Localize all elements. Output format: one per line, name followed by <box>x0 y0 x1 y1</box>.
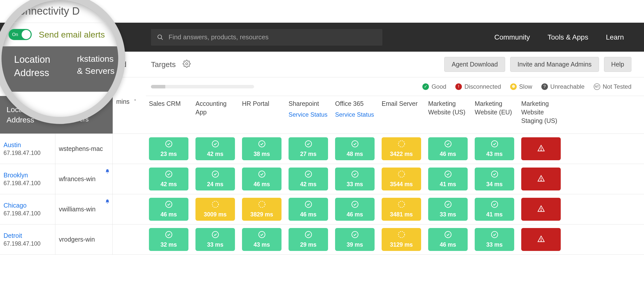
invite-admins-button[interactable]: Invite and Manage Admins <box>510 57 599 72</box>
latency-value: 3009 ms <box>204 211 227 218</box>
bell-icon[interactable] <box>105 168 110 175</box>
gear-icon[interactable] <box>183 60 191 69</box>
check-icon <box>165 170 173 179</box>
status-tile-slow[interactable]: 3129 ms <box>382 228 421 251</box>
legend-slow: ✽Slow <box>510 83 532 90</box>
help-button[interactable]: Help <box>604 57 631 72</box>
status-tile-slow[interactable]: 3481 ms <box>382 198 421 221</box>
latency-value: 3422 ms <box>390 151 413 157</box>
svg-point-29 <box>445 201 451 208</box>
check-icon <box>212 140 219 149</box>
cell-target <box>518 164 564 194</box>
status-tile-good[interactable]: 42 ms <box>195 137 235 160</box>
col-admins[interactable]: mins <box>113 96 145 134</box>
cell-target: 42 ms <box>145 164 192 194</box>
status-tile-disc[interactable] <box>521 168 561 190</box>
svg-point-5 <box>259 141 265 147</box>
search-box[interactable] <box>151 29 382 46</box>
service-status-link[interactable]: Service Status <box>289 111 328 118</box>
chevron-down-icon <box>133 98 137 102</box>
status-tile-good[interactable]: 41 ms <box>475 198 514 221</box>
legend-nottested: NTNot Tested <box>594 83 631 90</box>
status-tile-good[interactable]: 34 ms <box>475 168 514 190</box>
status-tile-disc[interactable] <box>521 228 561 251</box>
status-tile-good[interactable]: 46 ms <box>289 198 328 221</box>
status-tile-good[interactable]: 43 ms <box>242 228 281 251</box>
svg-point-25 <box>259 201 265 208</box>
status-tile-good[interactable]: 33 ms <box>195 228 235 251</box>
status-tile-good[interactable]: 29 ms <box>289 228 328 251</box>
status-tile-slow[interactable]: 3422 ms <box>382 137 421 160</box>
check-icon <box>212 170 219 179</box>
col-target-label: Accounting App <box>195 100 235 117</box>
status-tile-good[interactable]: 48 ms <box>335 137 375 160</box>
status-tile-good[interactable]: 39 ms <box>335 228 375 251</box>
status-tile-good[interactable]: 33 ms <box>475 228 514 251</box>
status-tile-disc[interactable] <box>521 137 561 160</box>
email-alerts-toggle[interactable]: On <box>9 29 32 40</box>
col-target-7: Marketing Website (EU) <box>471 96 518 134</box>
cell-target: 29 ms <box>285 224 332 254</box>
status-tile-good[interactable]: 46 ms <box>428 228 468 251</box>
cell-location: Chicago67.198.47.100 <box>0 194 55 224</box>
city-link[interactable]: Austin <box>4 141 52 149</box>
link-tools[interactable]: Tools & Apps <box>548 33 588 41</box>
status-tile-good[interactable]: 46 ms <box>335 198 375 221</box>
cell-target: 33 ms <box>332 164 378 194</box>
link-learn[interactable]: Learn <box>606 33 624 41</box>
svg-point-13 <box>166 171 172 177</box>
cell-target: 46 ms <box>332 194 378 224</box>
status-tile-slow[interactable]: 3829 ms <box>242 198 281 221</box>
warning-icon <box>537 235 545 244</box>
mag-col-location: Location Address <box>2 46 77 92</box>
check-icon <box>258 231 266 240</box>
col-target-5: Email Server <box>378 96 425 134</box>
status-tile-good[interactable]: 32 ms <box>149 228 188 251</box>
status-tile-good[interactable]: 24 ms <box>195 168 235 190</box>
latency-value: 33 ms <box>440 211 456 218</box>
search-input[interactable] <box>168 33 376 41</box>
link-community[interactable]: Community <box>494 33 530 41</box>
status-tile-good[interactable]: 33 ms <box>335 168 375 190</box>
status-tile-good[interactable]: 23 ms <box>149 137 188 160</box>
city-link[interactable]: Detroit <box>4 232 52 239</box>
svg-point-12 <box>541 150 541 150</box>
cell-target: 32 ms <box>145 224 192 254</box>
col-target-2: HR Portal <box>238 96 285 134</box>
latency-value: 33 ms <box>207 241 223 248</box>
status-tile-good[interactable]: 27 ms <box>289 137 328 160</box>
svg-point-8 <box>398 141 405 147</box>
latency-value: 24 ms <box>207 181 223 188</box>
top-links: Community Tools & Apps Learn <box>494 33 624 41</box>
cell-target: 43 ms <box>238 224 285 254</box>
cell-target: 46 ms <box>238 164 285 194</box>
status-tile-good[interactable]: 46 ms <box>242 168 281 190</box>
svg-point-15 <box>259 171 265 177</box>
table-row: Chicago67.198.47.100vwilliams-win46 ms30… <box>0 194 644 224</box>
cell-target: 3481 ms <box>378 194 425 224</box>
status-tile-slow[interactable]: 3544 ms <box>382 168 421 190</box>
bell-icon[interactable] <box>105 198 110 206</box>
svg-point-20 <box>491 171 498 177</box>
svg-point-18 <box>398 171 405 177</box>
status-tile-good[interactable]: 41 ms <box>428 168 468 190</box>
status-tile-good[interactable]: 33 ms <box>428 198 468 221</box>
city-link[interactable]: Chicago <box>4 202 52 209</box>
cell-target: 46 ms <box>285 194 332 224</box>
status-tile-good[interactable]: 38 ms <box>242 137 281 160</box>
status-tile-good[interactable]: 42 ms <box>149 168 188 190</box>
agent-download-button[interactable]: Agent Download <box>444 57 505 72</box>
svg-point-26 <box>305 201 311 208</box>
status-tile-slow[interactable]: 3009 ms <box>195 198 235 221</box>
latency-value: 43 ms <box>254 241 270 248</box>
status-tile-good[interactable]: 46 ms <box>428 137 468 160</box>
service-status-link[interactable]: Service Status <box>335 111 375 118</box>
status-tile-good[interactable]: 43 ms <box>475 137 514 160</box>
status-tile-good[interactable]: 46 ms <box>149 198 188 221</box>
svg-point-35 <box>259 232 265 238</box>
city-link[interactable]: Brooklyn <box>4 172 52 179</box>
status-tile-good[interactable]: 42 ms <box>289 168 328 190</box>
status-tile-disc[interactable] <box>521 198 561 221</box>
nt-icon: NT <box>594 83 600 90</box>
cell-target: 46 ms <box>425 134 471 164</box>
